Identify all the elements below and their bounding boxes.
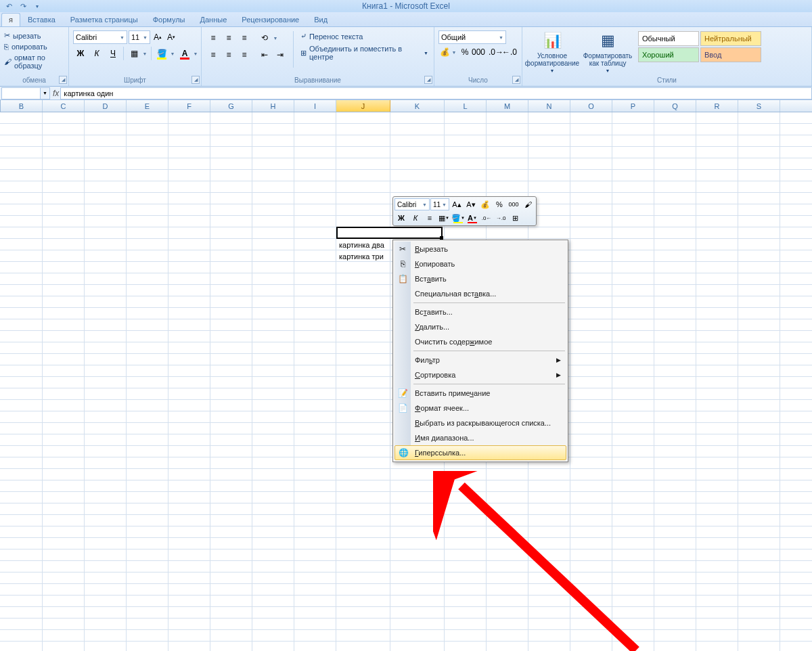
tab-insert[interactable]: Вставка	[20, 13, 63, 26]
increase-decimal-button[interactable]: .0→	[490, 46, 502, 58]
tab-data[interactable]: Данные	[193, 13, 235, 26]
col-header-c[interactable]: C	[43, 100, 85, 112]
align-bottom-button[interactable]: ≡	[237, 30, 252, 45]
col-header-h[interactable]: H	[252, 100, 294, 112]
font-launcher[interactable]: ◢	[191, 76, 200, 84]
col-header-d[interactable]: D	[85, 100, 127, 112]
orientation-dropdown[interactable]: ▼	[272, 36, 279, 41]
copy-button[interactable]: ⎘опировать	[3, 42, 66, 51]
fill-color-button[interactable]: 🪣	[154, 46, 169, 61]
redo-icon[interactable]: ↷	[17, 1, 29, 12]
tab-home[interactable]: я	[1, 13, 20, 26]
name-box[interactable]	[1, 87, 41, 99]
mini-accounting[interactable]: 💰	[478, 198, 492, 210]
formula-input[interactable]: картинка один	[60, 87, 812, 99]
font-size-combo[interactable]: 11▼	[129, 30, 150, 44]
menu-insert-comment[interactable]: 📝Вставить примечание	[394, 386, 566, 401]
col-header-o[interactable]: O	[570, 100, 612, 112]
menu-clear[interactable]: Очистить содержимое	[394, 334, 566, 349]
col-header-p[interactable]: P	[612, 100, 654, 112]
mini-size-combo[interactable]: 11▼	[430, 198, 449, 210]
orientation-button[interactable]: ⟲	[257, 30, 272, 45]
border-button[interactable]: ▦	[127, 46, 141, 61]
col-header-e[interactable]: E	[127, 100, 168, 112]
align-top-button[interactable]: ≡	[206, 30, 221, 45]
italic-button[interactable]: К	[89, 46, 104, 61]
align-right-button[interactable]: ≡	[237, 47, 252, 62]
mini-format-painter[interactable]: 🖌	[521, 198, 535, 210]
col-header-l[interactable]: L	[445, 100, 487, 112]
col-header-j[interactable]: J	[336, 100, 390, 112]
increase-indent-button[interactable]: ⇥	[273, 47, 288, 62]
menu-cut[interactable]: ✂Вырезать	[394, 242, 566, 256]
cell-i13[interactable]: картинка три	[337, 250, 392, 262]
col-header-q[interactable]: Q	[654, 100, 696, 112]
col-header-g[interactable]: G	[210, 100, 252, 112]
cell-i11[interactable]: картинка один	[337, 227, 438, 239]
align-center-button[interactable]: ≡	[221, 47, 236, 62]
accounting-button[interactable]: 💰	[438, 46, 451, 58]
mini-align-center[interactable]: ≡	[423, 212, 436, 224]
col-header-r[interactable]: R	[696, 100, 738, 112]
name-box-dropdown[interactable]: ▼	[41, 87, 50, 99]
clipboard-launcher[interactable]: ◢	[59, 76, 67, 84]
mini-italic[interactable]: К	[409, 212, 422, 224]
decrease-decimal-button[interactable]: ←.0	[503, 46, 516, 58]
decrease-indent-button[interactable]: ⇤	[257, 47, 272, 62]
mini-font-color[interactable]: A▼	[466, 212, 479, 224]
menu-filter[interactable]: Фильтр▶	[394, 353, 566, 367]
mini-font-combo[interactable]: Calibri▼	[394, 198, 430, 210]
mini-merge[interactable]: ⊞	[508, 212, 522, 224]
menu-name-range[interactable]: Имя диапазона...	[394, 430, 566, 445]
menu-delete[interactable]: Удалить...	[394, 319, 566, 334]
style-good[interactable]: Хороший	[638, 47, 699, 62]
mini-percent[interactable]: %	[493, 198, 506, 210]
format-as-table-button[interactable]: ▦ Форматировать как таблицу▼	[581, 29, 635, 74]
tab-formulas[interactable]: Формулы	[145, 13, 193, 26]
menu-paste-special[interactable]: Специальная вставка...	[394, 286, 566, 301]
tab-view[interactable]: Вид	[307, 13, 335, 26]
conditional-formatting-button[interactable]: 📊 Условное форматирование▼	[525, 29, 579, 74]
qat-customize-icon[interactable]: ▼	[31, 1, 43, 12]
cell-i12[interactable]: картинка два	[337, 239, 392, 250]
col-header-f[interactable]: F	[168, 100, 210, 112]
grid-body[interactable]: картинка один картинка два картинка три …	[0, 112, 812, 651]
number-launcher[interactable]: ◢	[512, 76, 520, 84]
col-header-b[interactable]: B	[1, 100, 43, 112]
mini-dec-decimal[interactable]: .0←	[480, 212, 493, 224]
align-left-button[interactable]: ≡	[206, 47, 221, 62]
grow-font-button[interactable]: A▴	[152, 31, 164, 43]
percent-button[interactable]: %	[459, 46, 471, 58]
menu-hyperlink[interactable]: 🌐Гиперссылка...	[394, 445, 566, 460]
font-color-button[interactable]: A	[177, 46, 192, 61]
merge-center-button[interactable]: ⊞Объединить и поместить в центре▼	[299, 43, 430, 62]
col-header-m[interactable]: M	[487, 100, 528, 112]
border-dropdown[interactable]: ▼	[141, 51, 148, 56]
undo-icon[interactable]: ↶	[3, 1, 15, 12]
fill-color-dropdown[interactable]: ▼	[169, 51, 176, 56]
mini-borders[interactable]: ▦▼	[437, 212, 451, 224]
format-painter-button[interactable]: 🖌ормат по образцу	[3, 53, 66, 70]
menu-insert[interactable]: Вставить...	[394, 305, 566, 319]
mini-fill-color[interactable]: 🪣▼	[451, 212, 465, 224]
menu-paste[interactable]: 📋Вставить	[394, 271, 566, 286]
cut-button[interactable]: ✂ырезать	[3, 30, 66, 41]
tab-review[interactable]: Рецензирование	[234, 13, 307, 26]
fx-icon[interactable]: fx	[53, 89, 59, 98]
align-middle-button[interactable]: ≡	[221, 30, 236, 45]
wrap-text-button[interactable]: ⤶Перенос текста	[299, 30, 430, 42]
mini-grow-font[interactable]: A▴	[450, 198, 464, 210]
col-header-i[interactable]: I	[294, 100, 336, 112]
number-format-combo[interactable]: Общий▼	[438, 30, 506, 44]
style-input[interactable]: Ввод	[700, 47, 761, 62]
style-normal[interactable]: Обычный	[638, 31, 699, 46]
underline-button[interactable]: Ч	[106, 46, 120, 61]
style-neutral[interactable]: Нейтральный	[700, 31, 761, 46]
menu-format-cells[interactable]: 📄Формат ячеек...	[394, 401, 566, 416]
comma-button[interactable]: 000	[472, 46, 484, 58]
col-header-k[interactable]: K	[390, 100, 445, 112]
accounting-dropdown[interactable]: ▼	[451, 50, 457, 55]
font-name-combo[interactable]: Calibri▼	[73, 30, 127, 44]
cell-styles-gallery[interactable]: Обычный Нейтральный Хороший Ввод	[636, 29, 763, 64]
font-color-dropdown[interactable]: ▼	[192, 51, 199, 56]
